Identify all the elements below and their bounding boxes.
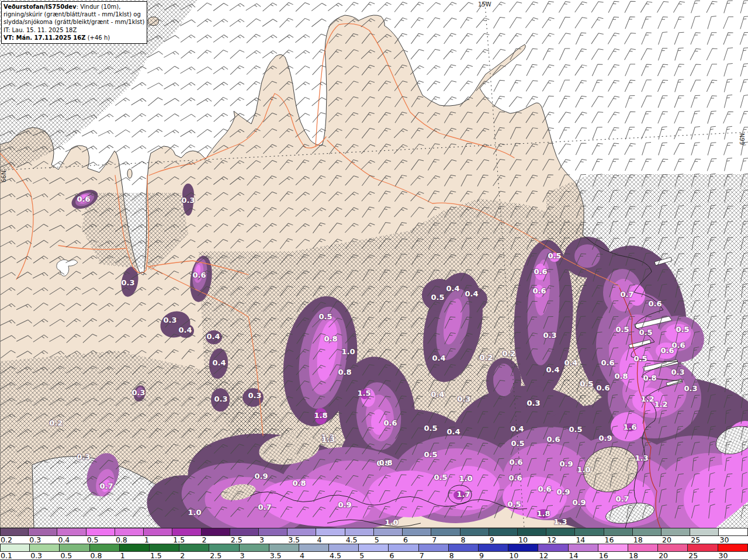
precip-value-label: 0.6 bbox=[77, 195, 90, 203]
rain-scale-cell bbox=[90, 544, 120, 551]
sleet-scale-cell bbox=[57, 528, 86, 535]
precip-blob bbox=[493, 364, 514, 396]
precip-value-label: 0.6 bbox=[546, 435, 560, 444]
rain-scale-cell bbox=[120, 544, 150, 551]
rain-scale-cell bbox=[269, 544, 299, 551]
sleet-scale-tick: 3.5 bbox=[288, 536, 316, 544]
sleet-scale-cell bbox=[259, 528, 288, 535]
precip-value-label: 1.7 bbox=[456, 490, 470, 499]
sleet-scale-tick: 0.4 bbox=[57, 536, 86, 544]
precip-value-label: 0.9 bbox=[338, 500, 351, 509]
rain-scale-cell bbox=[688, 544, 718, 551]
rain-scale-tick: 9 bbox=[479, 552, 508, 559]
map-title-box: Veðurstofan/IS750dev: Vindur (10m), rign… bbox=[1, 1, 147, 44]
hrisey-island bbox=[127, 169, 132, 178]
rain-scale-tick: 0.1 bbox=[0, 552, 30, 559]
legend: 0.20.30.40.50.811.522.533.544.5567891012… bbox=[0, 528, 748, 560]
precip-value-label: 1.6 bbox=[623, 423, 636, 431]
sleet-scale-tick: 5 bbox=[374, 536, 403, 544]
sleet-scale-cell bbox=[460, 528, 489, 535]
precip-value-label: 0.5 bbox=[633, 354, 647, 363]
rain-scale-cell bbox=[209, 544, 239, 551]
sleet-scale-ticks: 0.20.30.40.50.811.522.533.544.5567891012… bbox=[0, 536, 748, 544]
precip-value-label: 0.6 bbox=[660, 346, 674, 355]
precip-value-label: 0.5 bbox=[318, 312, 332, 321]
sleet-scale-tick: 30 bbox=[719, 536, 747, 544]
map-title-line2: rigning/skúrir (grænt/blátt/rautt - mm/1… bbox=[4, 11, 144, 18]
rain-scale-cell bbox=[150, 544, 179, 551]
rain-scale-tick: 12 bbox=[538, 552, 568, 559]
precip-value-label: 0.4 bbox=[564, 358, 577, 367]
rain-scale-tick: 0.5 bbox=[60, 552, 89, 559]
precip-value-label: 0.6 bbox=[532, 286, 546, 295]
precip-value-label: 0.4 bbox=[510, 424, 524, 433]
sleet-scale-tick: 12 bbox=[546, 536, 575, 544]
precip-value-label: 0.5 bbox=[548, 251, 561, 260]
rain-scale-tick: 4 bbox=[299, 552, 329, 559]
sleet-scale-cell bbox=[144, 528, 172, 535]
precip-value-label: 0.4 bbox=[432, 354, 445, 362]
precip-value-label: 0.4 bbox=[446, 284, 459, 293]
precip-value-label: 0.3 bbox=[181, 196, 195, 205]
rain-scale-cell bbox=[359, 544, 389, 551]
precip-value-label: 0.4 bbox=[431, 390, 444, 399]
precip-value-label: 0.5 bbox=[639, 328, 652, 337]
sleet-scale-tick: 4 bbox=[316, 536, 345, 544]
sleet-scale-tick: 0.5 bbox=[86, 536, 115, 544]
precip-value-label: 0.3 bbox=[457, 395, 470, 403]
precip-value-label: 0.3 bbox=[684, 384, 697, 393]
sleet-scale-cell bbox=[604, 528, 633, 535]
sleet-scale-tick: 25 bbox=[690, 536, 719, 544]
precip-value-label: 1.8 bbox=[314, 411, 327, 420]
precip-value-label: 0.5 bbox=[676, 325, 689, 334]
precip-value-label: 0.6 bbox=[509, 458, 522, 466]
rain-scale-cell bbox=[658, 544, 688, 551]
precip-value-label: 0.3 bbox=[671, 368, 684, 376]
precip-value-label: 0.9 bbox=[559, 459, 573, 468]
sleet-scale-cell bbox=[115, 528, 144, 535]
rain-scale-cell bbox=[718, 544, 748, 551]
precip-value-label: 0.8 bbox=[324, 334, 337, 343]
sleet-scale-cell bbox=[546, 528, 575, 535]
precip-value-label: 1.2 bbox=[640, 395, 654, 403]
precip-value-label: 0.3 bbox=[543, 331, 556, 340]
precip-value-label: 0.5 bbox=[511, 439, 524, 448]
sleet-scale-tick: 1 bbox=[144, 536, 172, 544]
rain-scale-tick: 18 bbox=[628, 552, 658, 559]
precip-value-label: 1.0 bbox=[385, 518, 398, 527]
precip-value-label: 0.6 bbox=[383, 419, 397, 427]
precip-value-label: 0.6 bbox=[508, 473, 522, 482]
precip-value-label: 0.4 bbox=[465, 289, 478, 298]
rain-scale-ticks: 0.10.30.50.811.522.533.544.5567891012141… bbox=[0, 552, 748, 559]
precip-value-label: 1.0 bbox=[577, 465, 590, 474]
sleet-scale-cell bbox=[288, 528, 316, 535]
precip-value-label: 0.5 bbox=[434, 473, 447, 482]
rain-scale-cell bbox=[179, 544, 209, 551]
rain-scale-tick: 20 bbox=[658, 552, 688, 559]
rain-scale-tick: 30 bbox=[718, 552, 748, 559]
rain-scale-cell bbox=[419, 544, 449, 551]
map-init-time: IT: Lau. 15. 11. 2025 18Z bbox=[4, 26, 144, 34]
sleet-scale-tick: 0.8 bbox=[115, 536, 144, 544]
rain-scale-cell bbox=[508, 544, 538, 551]
precip-value-label: 0.8 bbox=[379, 458, 392, 467]
sleet-scale-tick: 10 bbox=[518, 536, 546, 544]
precip-value-label: 0.4 bbox=[206, 332, 220, 341]
precip-value-label: 1.0 bbox=[341, 347, 355, 356]
sleet-scale-tick: 3 bbox=[259, 536, 288, 544]
precip-value-label: 0.4 bbox=[212, 358, 226, 367]
precip-value-label: 0.8 bbox=[292, 479, 306, 488]
precip-value-label: 0.3 bbox=[214, 395, 227, 403]
precip-value-label: 1.3 bbox=[321, 435, 335, 444]
map-title-line3: slydda/snjókoma (grátt/bleikt/grænt - mm… bbox=[4, 18, 144, 26]
precip-value-label: 0.7 bbox=[615, 495, 629, 503]
rain-scale-tick: 2.5 bbox=[209, 552, 239, 559]
rain-scale-tick: 1.5 bbox=[150, 552, 179, 559]
rain-scale-cell bbox=[569, 544, 598, 551]
precip-value-label: 0.2 bbox=[502, 349, 515, 358]
sleet-scale-tick: 2.5 bbox=[230, 536, 259, 544]
sleet-scale-cell bbox=[489, 528, 518, 535]
precip-value-label: 0.8 bbox=[643, 374, 656, 382]
precip-value-label: 0.2 bbox=[49, 419, 63, 427]
precip-value-label: 0.6 bbox=[601, 358, 614, 367]
